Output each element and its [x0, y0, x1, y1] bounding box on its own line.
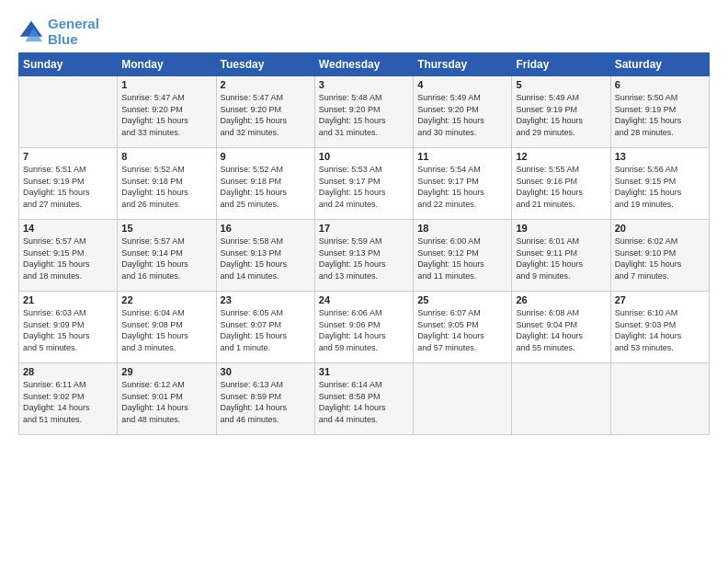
logo: GeneralBlue	[18, 17, 99, 47]
day-number: 14	[23, 223, 113, 234]
calendar-cell: 12Sunrise: 5:55 AM Sunset: 9:16 PM Dayli…	[512, 148, 610, 220]
day-info: Sunrise: 6:05 AM Sunset: 9:07 PM Dayligh…	[221, 307, 311, 353]
day-info: Sunrise: 6:08 AM Sunset: 9:04 PM Dayligh…	[516, 307, 606, 353]
calendar-cell: 9Sunrise: 5:52 AM Sunset: 9:18 PM Daylig…	[216, 148, 314, 220]
calendar-cell: 1Sunrise: 5:47 AM Sunset: 9:20 PM Daylig…	[118, 76, 216, 148]
day-number: 9	[221, 151, 311, 162]
day-number: 4	[417, 79, 507, 90]
day-number: 29	[121, 366, 211, 377]
calendar-cell: 17Sunrise: 5:59 AM Sunset: 9:13 PM Dayli…	[314, 220, 413, 292]
week-row-5: 28Sunrise: 6:11 AM Sunset: 9:02 PM Dayli…	[19, 363, 710, 435]
day-number: 19	[516, 223, 606, 234]
day-info: Sunrise: 5:58 AM Sunset: 9:13 PM Dayligh…	[221, 236, 311, 282]
day-number: 20	[615, 223, 705, 234]
logo-text: GeneralBlue	[48, 17, 99, 47]
day-info: Sunrise: 5:47 AM Sunset: 9:20 PM Dayligh…	[121, 92, 211, 138]
day-info: Sunrise: 5:55 AM Sunset: 9:16 PM Dayligh…	[516, 164, 606, 210]
day-number: 12	[516, 151, 606, 162]
calendar-cell: 31Sunrise: 6:14 AM Sunset: 8:58 PM Dayli…	[314, 363, 413, 435]
day-info: Sunrise: 5:51 AM Sunset: 9:19 PM Dayligh…	[23, 164, 113, 210]
day-number: 31	[319, 366, 409, 377]
day-info: Sunrise: 6:02 AM Sunset: 9:10 PM Dayligh…	[615, 236, 705, 282]
calendar-cell: 27Sunrise: 6:10 AM Sunset: 9:03 PM Dayli…	[610, 292, 709, 363]
logo-icon	[18, 19, 44, 45]
day-number: 30	[221, 366, 311, 377]
header-wednesday: Wednesday	[314, 53, 413, 76]
calendar-cell: 26Sunrise: 6:08 AM Sunset: 9:04 PM Dayli…	[512, 292, 610, 363]
day-info: Sunrise: 5:57 AM Sunset: 9:15 PM Dayligh…	[23, 236, 113, 282]
day-number: 22	[121, 294, 211, 305]
day-number: 28	[23, 366, 113, 377]
day-number: 24	[319, 294, 409, 305]
day-info: Sunrise: 6:04 AM Sunset: 9:08 PM Dayligh…	[121, 307, 211, 353]
day-number: 23	[221, 294, 311, 305]
day-number: 1	[121, 79, 211, 90]
day-number: 13	[615, 151, 705, 162]
calendar-cell: 16Sunrise: 5:58 AM Sunset: 9:13 PM Dayli…	[216, 220, 314, 292]
calendar-cell: 8Sunrise: 5:52 AM Sunset: 9:18 PM Daylig…	[118, 148, 216, 220]
day-number: 11	[417, 151, 507, 162]
day-number: 25	[417, 294, 507, 305]
day-info: Sunrise: 6:01 AM Sunset: 9:11 PM Dayligh…	[516, 236, 606, 282]
day-number: 5	[516, 79, 606, 90]
day-info: Sunrise: 6:12 AM Sunset: 9:01 PM Dayligh…	[121, 379, 211, 425]
week-row-1: 1Sunrise: 5:47 AM Sunset: 9:20 PM Daylig…	[19, 76, 710, 148]
day-number: 26	[516, 294, 606, 305]
header-thursday: Thursday	[414, 53, 512, 76]
calendar-cell: 2Sunrise: 5:47 AM Sunset: 9:20 PM Daylig…	[216, 76, 314, 148]
day-info: Sunrise: 5:52 AM Sunset: 9:18 PM Dayligh…	[221, 164, 311, 210]
calendar-cell: 30Sunrise: 6:13 AM Sunset: 8:59 PM Dayli…	[216, 363, 314, 435]
calendar-cell: 18Sunrise: 6:00 AM Sunset: 9:12 PM Dayli…	[414, 220, 512, 292]
day-number: 2	[221, 79, 311, 90]
day-info: Sunrise: 6:03 AM Sunset: 9:09 PM Dayligh…	[23, 307, 113, 353]
calendar-cell: 7Sunrise: 5:51 AM Sunset: 9:19 PM Daylig…	[19, 148, 118, 220]
day-info: Sunrise: 5:56 AM Sunset: 9:15 PM Dayligh…	[615, 164, 705, 210]
calendar-cell	[414, 363, 512, 435]
day-info: Sunrise: 6:14 AM Sunset: 8:58 PM Dayligh…	[319, 379, 409, 425]
calendar-cell: 19Sunrise: 6:01 AM Sunset: 9:11 PM Dayli…	[512, 220, 610, 292]
day-number: 3	[319, 79, 409, 90]
calendar-cell	[610, 363, 709, 435]
calendar-cell: 20Sunrise: 6:02 AM Sunset: 9:10 PM Dayli…	[610, 220, 709, 292]
day-info: Sunrise: 5:59 AM Sunset: 9:13 PM Dayligh…	[319, 236, 409, 282]
calendar-cell: 5Sunrise: 5:49 AM Sunset: 9:19 PM Daylig…	[512, 76, 610, 148]
day-number: 10	[319, 151, 409, 162]
header-tuesday: Tuesday	[216, 53, 314, 76]
day-info: Sunrise: 5:50 AM Sunset: 9:19 PM Dayligh…	[615, 92, 705, 138]
day-info: Sunrise: 6:00 AM Sunset: 9:12 PM Dayligh…	[417, 236, 507, 282]
day-number: 15	[121, 223, 211, 234]
calendar-cell: 6Sunrise: 5:50 AM Sunset: 9:19 PM Daylig…	[610, 76, 709, 148]
day-number: 6	[615, 79, 705, 90]
header-monday: Monday	[118, 53, 216, 76]
calendar-cell: 13Sunrise: 5:56 AM Sunset: 9:15 PM Dayli…	[610, 148, 709, 220]
day-info: Sunrise: 6:13 AM Sunset: 8:59 PM Dayligh…	[221, 379, 311, 425]
header-row: SundayMondayTuesdayWednesdayThursdayFrid…	[19, 53, 710, 76]
calendar-table: SundayMondayTuesdayWednesdayThursdayFrid…	[18, 52, 710, 435]
day-info: Sunrise: 5:49 AM Sunset: 9:19 PM Dayligh…	[516, 92, 606, 138]
calendar-cell: 25Sunrise: 6:07 AM Sunset: 9:05 PM Dayli…	[414, 292, 512, 363]
calendar-cell: 21Sunrise: 6:03 AM Sunset: 9:09 PM Dayli…	[19, 292, 118, 363]
calendar-cell: 3Sunrise: 5:48 AM Sunset: 9:20 PM Daylig…	[314, 76, 413, 148]
day-info: Sunrise: 5:54 AM Sunset: 9:17 PM Dayligh…	[417, 164, 507, 210]
week-row-4: 21Sunrise: 6:03 AM Sunset: 9:09 PM Dayli…	[19, 292, 710, 363]
day-number: 8	[121, 151, 211, 162]
day-number: 18	[417, 223, 507, 234]
day-info: Sunrise: 6:11 AM Sunset: 9:02 PM Dayligh…	[23, 379, 113, 425]
day-info: Sunrise: 6:06 AM Sunset: 9:06 PM Dayligh…	[319, 307, 409, 353]
calendar-cell: 24Sunrise: 6:06 AM Sunset: 9:06 PM Dayli…	[314, 292, 413, 363]
calendar-cell: 23Sunrise: 6:05 AM Sunset: 9:07 PM Dayli…	[216, 292, 314, 363]
day-number: 27	[615, 294, 705, 305]
day-info: Sunrise: 5:52 AM Sunset: 9:18 PM Dayligh…	[121, 164, 211, 210]
calendar-cell: 11Sunrise: 5:54 AM Sunset: 9:17 PM Dayli…	[414, 148, 512, 220]
day-info: Sunrise: 6:10 AM Sunset: 9:03 PM Dayligh…	[615, 307, 705, 353]
day-info: Sunrise: 6:07 AM Sunset: 9:05 PM Dayligh…	[417, 307, 507, 353]
day-number: 7	[23, 151, 113, 162]
day-number: 21	[23, 294, 113, 305]
calendar-cell: 28Sunrise: 6:11 AM Sunset: 9:02 PM Dayli…	[19, 363, 118, 435]
calendar-cell: 22Sunrise: 6:04 AM Sunset: 9:08 PM Dayli…	[118, 292, 216, 363]
day-info: Sunrise: 5:53 AM Sunset: 9:17 PM Dayligh…	[319, 164, 409, 210]
week-row-2: 7Sunrise: 5:51 AM Sunset: 9:19 PM Daylig…	[19, 148, 710, 220]
calendar-cell: 15Sunrise: 5:57 AM Sunset: 9:14 PM Dayli…	[118, 220, 216, 292]
calendar-cell: 14Sunrise: 5:57 AM Sunset: 9:15 PM Dayli…	[19, 220, 118, 292]
day-number: 16	[221, 223, 311, 234]
